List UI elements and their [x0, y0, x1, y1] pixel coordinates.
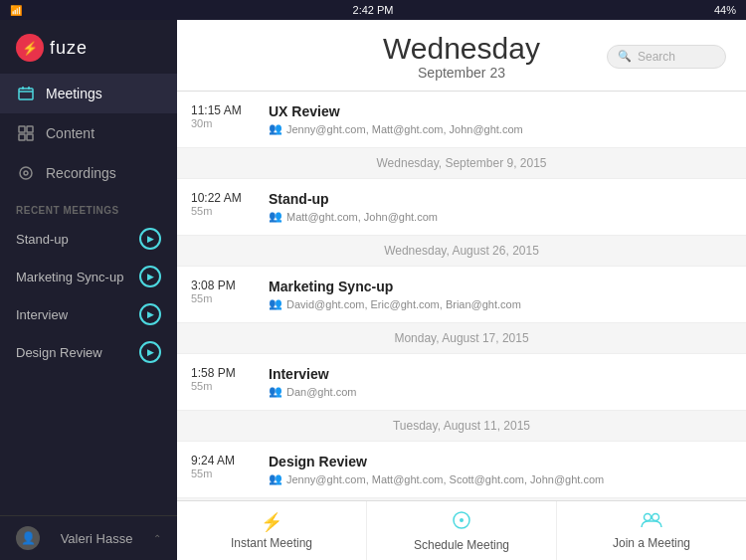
nav-item-meetings[interactable]: Meetings	[0, 74, 177, 113]
meeting-time-col: 9:24 AM 55m	[177, 442, 257, 497]
recent-section-label: RECENT MEETINGS	[0, 193, 177, 220]
bottom-bar: ⚡ Instant Meeting Schedule Meeting	[177, 500, 746, 560]
user-name: Valeri Hasse	[61, 531, 133, 546]
nav-item-content[interactable]: Content	[0, 113, 177, 153]
meeting-time-col: 11:15 AM 30m	[177, 92, 257, 147]
nav-content-label: Content	[46, 125, 94, 141]
date-separator: Wednesday, September 9, 2015	[177, 148, 746, 179]
meeting-details: Stand-up 👥 Matt@ght.com, John@ght.com	[257, 179, 746, 235]
svg-point-9	[24, 171, 28, 175]
content-area: Wednesday September 23 🔍 Search 11:15 AM…	[177, 20, 746, 560]
svg-rect-6	[19, 134, 25, 140]
play-design-button[interactable]: ▶	[139, 341, 161, 363]
meeting-title: Interview	[269, 366, 734, 382]
recent-item-standup[interactable]: Stand-up ▶	[0, 220, 177, 258]
meeting-details: Interview 👥 Dan@ght.com	[257, 354, 746, 410]
schedule-icon	[452, 510, 471, 535]
recent-item-standup-label: Stand-up	[16, 232, 69, 247]
sidebar-logo: ⚡ fuze	[0, 20, 177, 74]
svg-rect-4	[19, 126, 25, 132]
meeting-time: 10:22 AM	[191, 191, 247, 205]
table-row[interactable]: 10:22 AM 55m Stand-up 👥 Matt@ght.com, Jo…	[177, 179, 746, 236]
date-separator: Monday, August 17, 2015	[177, 323, 746, 354]
sidebar-footer: 👤 Valeri Hasse ⌃	[0, 515, 177, 560]
table-row[interactable]: 3:08 PM 55m Marketing Sync-up 👥 David@gh…	[177, 267, 746, 323]
join-meeting-label: Join a Meeting	[613, 536, 690, 550]
meeting-time: 3:08 PM	[191, 279, 247, 292]
schedule-meeting-button[interactable]: Schedule Meeting	[367, 501, 557, 560]
play-standup-button[interactable]: ▶	[139, 228, 161, 250]
meeting-time: 9:24 AM	[191, 454, 247, 467]
people-icon: 👥	[269, 472, 282, 485]
meeting-duration: 55m	[191, 292, 247, 304]
meeting-duration: 30m	[191, 117, 247, 129]
svg-point-13	[653, 513, 659, 520]
meeting-duration: 55m	[191, 380, 247, 392]
status-bar: 📶 2:42 PM 44%	[0, 0, 746, 20]
user-avatar: 👤	[16, 526, 40, 550]
svg-rect-0	[19, 89, 33, 99]
status-time: 2:42 PM	[353, 4, 394, 16]
signal-icon: 📶	[10, 5, 22, 16]
table-row[interactable]: 9:24 AM 55m Design Review 👥 Jenny@ght.co…	[177, 442, 746, 498]
recent-item-marketing[interactable]: Marketing Sync-up ▶	[0, 258, 177, 295]
meetings-icon	[16, 84, 36, 103]
lightning-icon: ⚡	[261, 511, 282, 533]
fuze-logo-text: fuze	[50, 38, 88, 59]
nav-recordings-label: Recordings	[46, 165, 116, 181]
meeting-duration: 55m	[191, 205, 247, 217]
participants-text: Jenny@ght.com, Matt@ght.com, Scott@ght.c…	[286, 473, 604, 485]
meeting-details: Design Review 👥 Jenny@ght.com, Matt@ght.…	[257, 442, 746, 497]
fuze-logo-icon: ⚡	[16, 34, 44, 62]
nav-item-recordings[interactable]: Recordings	[0, 153, 177, 193]
meeting-time-col: 10:22 AM 55m	[177, 179, 257, 235]
join-meeting-button[interactable]: Join a Meeting	[557, 501, 746, 560]
meeting-details: Marketing Sync-up 👥 David@ght.com, Eric@…	[257, 267, 746, 322]
meeting-participants: 👥 Matt@ght.com, John@ght.com	[269, 210, 734, 223]
header-date: September 23	[316, 65, 607, 81]
search-icon: 🔍	[618, 50, 632, 63]
meeting-duration: 55m	[191, 467, 247, 479]
header-title: Wednesday September 23	[316, 32, 607, 81]
meeting-time: 11:15 AM	[191, 103, 247, 117]
participants-text: Dan@ght.com	[286, 386, 356, 398]
meeting-participants: 👥 Dan@ght.com	[269, 385, 734, 398]
recent-item-interview[interactable]: Interview ▶	[0, 295, 177, 333]
meeting-title: Marketing Sync-up	[269, 279, 734, 294]
date-separator: Tuesday, August 11, 2015	[177, 411, 746, 442]
meeting-time-col: 1:58 PM 55m	[177, 354, 257, 410]
participants-text: Jenny@ght.com, Matt@ght.com, John@ght.co…	[286, 123, 523, 135]
recent-item-design[interactable]: Design Review ▶	[0, 333, 177, 371]
play-interview-button[interactable]: ▶	[139, 303, 161, 325]
content-header: Wednesday September 23 🔍 Search	[177, 20, 746, 92]
content-icon	[16, 123, 36, 143]
svg-rect-5	[27, 126, 33, 132]
schedule-meeting-label: Schedule Meeting	[414, 538, 509, 552]
main-layout: ⚡ fuze Meetings	[0, 20, 746, 560]
meeting-title: UX Review	[269, 103, 734, 119]
app-container: 📶 2:42 PM 44% ⚡ fuze	[0, 0, 746, 560]
meeting-participants: 👥 David@ght.com, Eric@ght.com, Brian@ght…	[269, 297, 734, 310]
meeting-participants: 👥 Jenny@ght.com, Matt@ght.com, John@ght.…	[269, 122, 734, 135]
meeting-title: Stand-up	[269, 191, 734, 207]
play-marketing-button[interactable]: ▶	[139, 266, 161, 287]
recent-item-marketing-label: Marketing Sync-up	[16, 270, 123, 284]
header-day: Wednesday	[316, 32, 607, 65]
chevron-up-icon[interactable]: ⌃	[153, 533, 161, 544]
recent-item-design-label: Design Review	[16, 345, 102, 360]
participants-text: Matt@ght.com, John@ght.com	[286, 211, 438, 223]
recent-item-interview-label: Interview	[16, 307, 68, 322]
people-icon: 👥	[269, 122, 282, 135]
status-right: 44%	[714, 4, 736, 16]
meeting-details: UX Review 👥 Jenny@ght.com, Matt@ght.com,…	[257, 92, 746, 147]
search-box[interactable]: 🔍 Search	[607, 45, 726, 69]
meetings-list: 11:15 AM 30m UX Review 👥 Jenny@ght.com, …	[177, 92, 746, 500]
table-row[interactable]: 1:58 PM 55m Interview 👥 Dan@ght.com	[177, 354, 746, 411]
table-row[interactable]: 11:15 AM 30m UX Review 👥 Jenny@ght.com, …	[177, 92, 746, 148]
instant-meeting-button[interactable]: ⚡ Instant Meeting	[177, 501, 367, 560]
svg-point-12	[645, 513, 652, 520]
sidebar: ⚡ fuze Meetings	[0, 20, 177, 560]
search-label: Search	[638, 50, 675, 64]
instant-meeting-label: Instant Meeting	[231, 536, 312, 550]
meeting-time-col: 3:08 PM 55m	[177, 267, 257, 322]
